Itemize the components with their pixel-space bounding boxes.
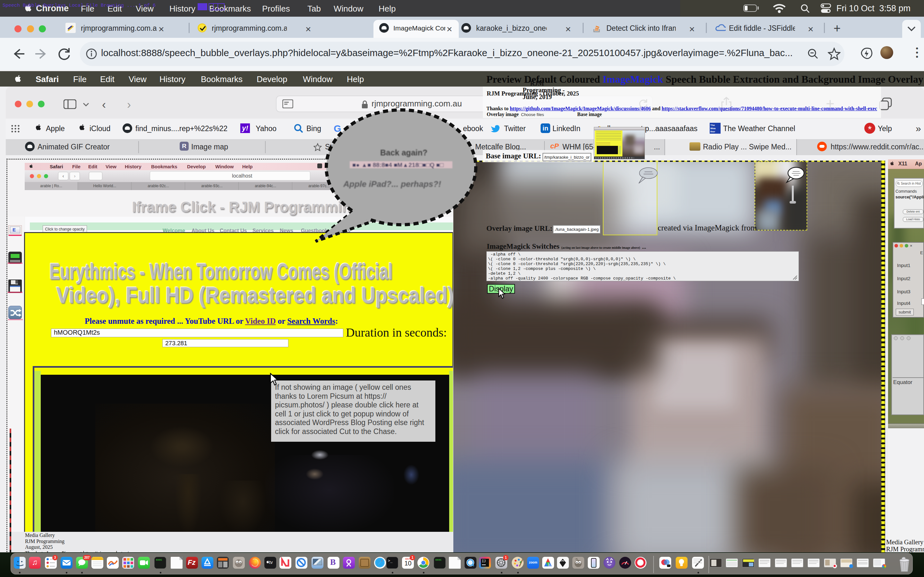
svg-text:Apple iPad?... perhaps?!: Apple iPad?... perhaps?! xyxy=(343,179,441,189)
svg-text:■● ▲■ 88:8■4 ■M▲218□■□Q ■□: ■● ▲■ 88:8■4 ■M▲218□■□Q ■□ xyxy=(352,161,444,168)
svg-text:Back again?: Back again? xyxy=(380,148,427,157)
